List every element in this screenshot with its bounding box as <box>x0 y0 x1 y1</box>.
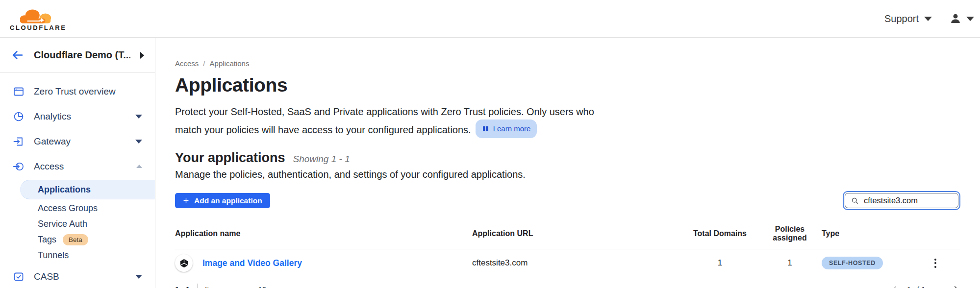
back-arrow-icon[interactable] <box>11 48 24 62</box>
learn-more-label: Learn more <box>493 121 531 136</box>
row-actions-cell <box>927 257 960 270</box>
items-per-page: Items per page: 10 <box>205 285 266 288</box>
section-description: Manage the policies, authentication, and… <box>175 169 960 180</box>
search-box <box>845 193 958 208</box>
top-bar: CLOUDFLARE Support <box>0 0 980 38</box>
sidebar-item-label: Zero Trust overview <box>34 86 142 97</box>
sidebar-nav: Zero Trust overview Analytics Gateway <box>0 73 155 288</box>
user-icon <box>950 13 961 24</box>
application-url-cell: cftestsite3.com <box>472 258 682 268</box>
page-description: Protect your Self-Hosted, SaaS and Priva… <box>175 104 606 138</box>
chevron-right-icon[interactable] <box>952 285 960 288</box>
support-label: Support <box>884 13 919 24</box>
main-content: Access / Applications Applications Prote… <box>155 38 980 288</box>
beta-badge: Beta <box>63 234 88 245</box>
sidebar-subitem-label: Applications <box>38 185 91 195</box>
account-expand-caret-icon <box>140 52 144 59</box>
sidebar-item-label: CASB <box>34 271 126 282</box>
gateway-icon <box>13 136 25 147</box>
sidebar-subitem-label: Tunnels <box>38 250 69 261</box>
analytics-icon <box>13 111 25 122</box>
breadcrumb: Access / Applications <box>175 59 960 68</box>
learn-more-badge[interactable]: Learn more <box>476 120 537 138</box>
sidebar-item-tags[interactable]: Tags Beta <box>0 232 155 247</box>
support-caret-icon <box>924 17 932 21</box>
column-application-url: Application URL <box>472 229 682 238</box>
page-title: Applications <box>175 74 960 96</box>
total-domains-cell: 1 <box>682 258 758 268</box>
sidebar-item-label: Access <box>34 161 127 172</box>
chevron-down-icon <box>135 140 142 144</box>
showing-count: Showing 1 - 1 <box>293 154 350 165</box>
search-icon <box>851 197 859 205</box>
sidebar-subitem-label: Access Groups <box>38 203 98 214</box>
application-link[interactable]: Image and Video Gallery <box>202 258 302 268</box>
add-application-button[interactable]: Add an application <box>175 193 270 208</box>
pagination-range: 1 - 1 <box>175 285 190 288</box>
application-avatar <box>175 254 193 272</box>
account-title: Cloudflare Demo (T... <box>34 49 130 61</box>
type-badge: SELF-HOSTED <box>822 257 883 269</box>
search-field <box>843 191 960 210</box>
sidebar-item-service-auth[interactable]: Service Auth <box>0 216 155 232</box>
sidebar-item-access-groups[interactable]: Access Groups <box>0 200 155 216</box>
casb-icon <box>13 271 25 283</box>
section-title: Your applications <box>175 150 285 166</box>
column-total-domains: Total Domains <box>682 229 758 238</box>
user-caret-icon <box>966 17 974 21</box>
support-menu[interactable]: Support <box>884 13 932 24</box>
sidebar-item-applications[interactable]: Applications <box>20 180 155 199</box>
cube-icon <box>179 258 189 268</box>
add-application-label: Add an application <box>194 196 262 205</box>
chevron-down-icon <box>135 275 142 279</box>
breadcrumb-separator: / <box>203 59 205 68</box>
policies-assigned-cell: 1 <box>758 258 822 268</box>
account-switcher[interactable]: Cloudflare Demo (T... <box>0 38 155 73</box>
section-header: Your applications Showing 1 - 1 <box>175 150 960 166</box>
sidebar-subitem-label: Service Auth <box>38 219 87 229</box>
table-footer: 1 - 1 Items per page: 10 1 of 1 page <box>175 284 960 288</box>
user-menu[interactable] <box>950 13 974 24</box>
sidebar-item-access[interactable]: Access <box>0 154 155 179</box>
zero-trust-dashboard: CLOUDFLARE Support <box>0 0 980 288</box>
cloudflare-logo[interactable]: CLOUDFLARE <box>10 7 67 31</box>
table-row: Image and Video Gallery cftestsite3.com … <box>175 249 960 277</box>
application-name-cell: Image and Video Gallery <box>175 254 472 272</box>
chevron-left-icon[interactable] <box>890 285 899 288</box>
type-cell: SELF-HOSTED <box>822 257 927 269</box>
book-icon <box>482 125 489 132</box>
sidebar-item-casb[interactable]: CASB <box>0 264 155 288</box>
pagination-summary: 1 - 1 Items per page: 10 <box>175 284 266 288</box>
chevron-down-icon <box>135 115 142 119</box>
sidebar-item-analytics[interactable]: Analytics <box>0 104 155 129</box>
sidebar-subitem-label: Tags <box>38 235 56 245</box>
kebab-menu-icon[interactable] <box>930 257 941 270</box>
overview-icon <box>13 86 25 97</box>
cloudflare-logo-text: CLOUDFLARE <box>10 24 67 31</box>
column-application-name: Application name <box>175 229 472 238</box>
sidebar-item-gateway[interactable]: Gateway <box>0 129 155 154</box>
table-header: Application name Application URL Total D… <box>175 225 960 249</box>
column-type: Type <box>822 229 927 238</box>
sidebar-item-label: Gateway <box>34 136 126 147</box>
access-icon <box>13 161 25 172</box>
top-bar-right: Support <box>884 13 975 24</box>
breadcrumb-access[interactable]: Access <box>175 59 199 68</box>
sidebar-item-zero-trust-overview[interactable]: Zero Trust overview <box>0 79 155 104</box>
page-status: 1 of 1 page <box>907 285 944 288</box>
plus-icon <box>183 197 189 204</box>
column-policies-assigned: Policies assigned <box>758 225 822 242</box>
breadcrumb-applications: Applications <box>210 59 250 68</box>
sidebar: Cloudflare Demo (T... Zero Trust overvie… <box>0 38 155 288</box>
search-input[interactable] <box>864 196 952 205</box>
toolbar: Add an application <box>175 191 960 210</box>
cloudflare-cloud-icon <box>15 7 62 25</box>
divider <box>197 284 198 288</box>
sidebar-item-label: Analytics <box>34 111 126 122</box>
chevron-up-icon <box>136 165 142 168</box>
sidebar-item-tunnels[interactable]: Tunnels <box>0 247 155 263</box>
pagination-controls: 1 of 1 page <box>890 285 960 288</box>
